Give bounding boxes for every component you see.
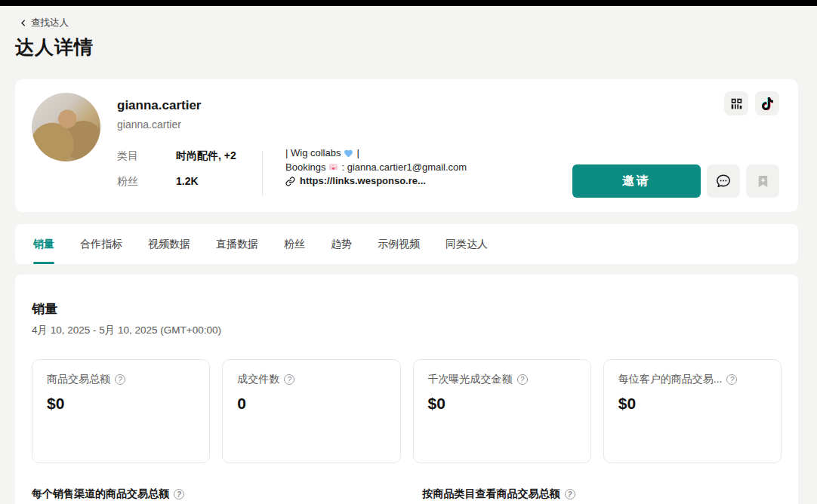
chart-title-gmv-by-category: 按商品类目查看商品交易总额 (423, 487, 782, 501)
corner-actions (724, 91, 779, 115)
tab-followers[interactable]: 粉丝 (284, 224, 305, 264)
top-black-bar (0, 0, 817, 6)
date-range: 4月 10, 2025 - 5月 10, 2025 (GMT+00:00) (32, 324, 782, 337)
metric-value: $0 (618, 395, 766, 413)
vertical-divider (262, 151, 263, 196)
creator-avatar[interactable] (32, 93, 100, 161)
followers-value: 1.2K (176, 175, 199, 189)
help-question-icon[interactable] (726, 374, 737, 385)
help-question-icon[interactable] (115, 374, 125, 385)
tab-collab-metrics[interactable]: 合作指标 (80, 224, 122, 264)
qr-code-button[interactable] (724, 91, 748, 115)
chat-bubble-icon (715, 173, 732, 189)
metric-value: $0 (47, 395, 195, 413)
bio-line-1: | Wig collabs | (285, 146, 467, 161)
tab-similar-creators[interactable]: 同类达人 (445, 224, 488, 264)
metric-label: 商品交易总额 (47, 373, 110, 386)
followers-row: 粉丝 1.2K (117, 175, 236, 189)
tiktok-icon (762, 97, 773, 110)
chat-button[interactable] (707, 164, 740, 198)
invite-button[interactable]: 邀请 (572, 164, 701, 198)
metrics-row: 商品交易总额 $0 成交件数 0 千次曝光成交金额 $0 (32, 359, 782, 463)
tab-sales[interactable]: 销量 (33, 224, 54, 264)
chart-section-headers: 每个销售渠道的商品交易总额 按商品类目查看商品交易总额 (32, 487, 782, 501)
bio-link[interactable]: https://links.wesponso.re... (285, 174, 467, 189)
tab-video-data[interactable]: 视频数据 (148, 224, 190, 264)
page-title: 达人详情 (15, 35, 798, 60)
bookmark-button[interactable] (746, 164, 779, 198)
metric-value: 0 (237, 395, 385, 413)
love-letter-icon (328, 162, 338, 172)
creator-header-card: gianna.cartier gianna.cartier 类目 时尚配件, +… (15, 79, 798, 212)
help-question-icon[interactable] (565, 489, 575, 499)
blue-heart-icon (344, 149, 353, 158)
metric-label: 每位客户的商品交易... (618, 373, 723, 386)
metric-card-gmv-per-customer: 每位客户的商品交易... $0 (603, 359, 782, 463)
chart-title-gmv-by-channel: 每个销售渠道的商品交易总额 (32, 487, 391, 501)
category-label: 类目 (117, 149, 176, 163)
qr-code-icon (730, 97, 743, 110)
metric-card-gmv-per-1k-impressions: 千次曝光成交金额 $0 (413, 359, 591, 463)
category-row: 类目 时尚配件, +2 (117, 149, 236, 163)
metric-value: $0 (428, 395, 576, 413)
link-icon (285, 177, 295, 186)
help-question-icon[interactable] (284, 374, 294, 385)
sales-section-title: 销量 (32, 300, 782, 318)
metric-label: 成交件数 (237, 373, 279, 386)
tiktok-profile-button[interactable] (755, 91, 779, 115)
metric-card-items-sold: 成交件数 0 (222, 359, 400, 463)
creator-bio: | Wig collabs | Bookings : gianna.cartie… (285, 146, 467, 189)
creator-stats: 类目 时尚配件, +2 粉丝 1.2K (117, 149, 236, 201)
creator-handle: gianna.cartier (117, 118, 181, 131)
metric-card-gmv: 商品交易总额 $0 (32, 359, 210, 463)
cta-row: 邀请 (572, 164, 779, 198)
help-question-icon[interactable] (517, 374, 528, 385)
sales-panel: 销量 4月 10, 2025 - 5月 10, 2025 (GMT+00:00)… (15, 275, 798, 504)
tab-live-data[interactable]: 直播数据 (216, 224, 258, 264)
breadcrumb-label: 查找达人 (31, 17, 69, 29)
chevron-left-icon (20, 19, 27, 27)
category-value: 时尚配件, +2 (176, 149, 236, 163)
creator-name: gianna.cartier (117, 98, 202, 113)
tab-sample-videos[interactable]: 示例视频 (378, 224, 420, 264)
metric-label: 千次曝光成交金额 (428, 373, 513, 386)
bookmark-plus-icon (756, 174, 770, 189)
detail-tabs: 销量 合作指标 视频数据 直播数据 粉丝 趋势 示例视频 同类达人 (15, 224, 798, 264)
page: 查找达人 达人详情 gianna.cartier gianna.cartier … (0, 6, 817, 504)
breadcrumb-back-link[interactable]: 查找达人 (20, 17, 69, 29)
bio-line-2: Bookings : gianna.cartier1@gmail.com (285, 161, 467, 175)
tab-trends[interactable]: 趋势 (331, 224, 352, 264)
followers-label: 粉丝 (117, 175, 176, 189)
help-question-icon[interactable] (174, 489, 184, 499)
